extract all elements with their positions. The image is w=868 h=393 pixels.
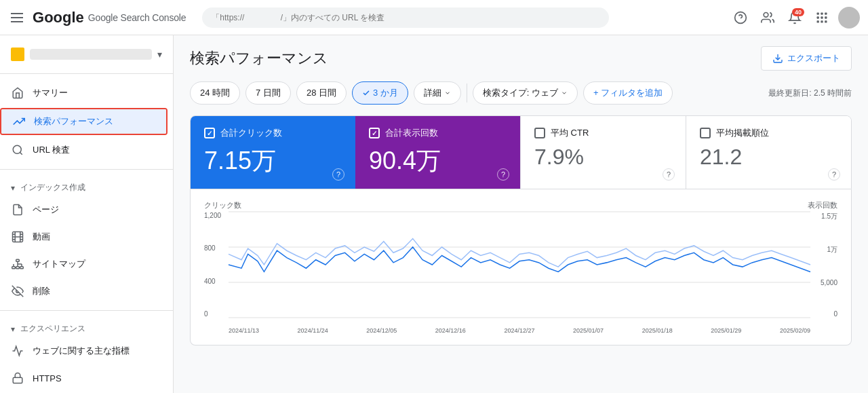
search-type-filter[interactable]: 検索タイプ: ウェブ — [473, 81, 578, 105]
sidebar-item-sitemap[interactable]: サイトマップ — [0, 250, 167, 278]
chart-y-labels-right: 1.5万 1万 5,000 0 — [821, 212, 837, 318]
property-selector[interactable]: ▾ — [0, 41, 173, 68]
svg-rect-22 — [16, 259, 20, 261]
sidebar-item-url-check[interactable]: URL 検査 — [0, 136, 167, 164]
apps-icon[interactable] — [811, 7, 833, 29]
metric-checkbox-clicks[interactable] — [204, 128, 215, 138]
metric-help-clicks[interactable]: ? — [332, 168, 344, 181]
sidebar-item-summary[interactable]: サマリー — [0, 79, 167, 107]
sitemap-label: サイトマップ — [33, 258, 85, 270]
metric-help-position[interactable]: ? — [828, 168, 840, 181]
help-icon[interactable] — [730, 7, 751, 29]
https-icon — [11, 371, 24, 385]
y-left-1: 800 — [204, 244, 221, 252]
property-dropdown-arrow: ▾ — [157, 49, 162, 60]
experience-section-arrow: ▾ — [11, 324, 15, 334]
index-section-arrow: ▾ — [11, 183, 15, 193]
svg-point-12 — [13, 145, 21, 153]
metric-help-impressions[interactable]: ? — [497, 168, 509, 181]
chart-svg-area — [229, 212, 810, 318]
search-type-label: 検索タイプ: ウェブ — [483, 87, 558, 99]
sidebar-item-removal[interactable]: 削除 — [0, 278, 167, 305]
metric-help-ctr[interactable]: ? — [663, 168, 675, 181]
x-label-4: 2024/12/27 — [504, 327, 534, 334]
impressions-line — [229, 239, 810, 267]
sidebar-item-search-performance[interactable]: 検索パフォーマンス — [1, 109, 166, 134]
main-layout: ▾ サマリー 検索パフォーマンス URL 検査 — [0, 35, 868, 393]
search-input[interactable] — [202, 7, 609, 28]
experience-section-label: エクスペリエンス — [20, 323, 85, 335]
page-title: 検索パフォーマンス — [190, 48, 328, 69]
svg-rect-9 — [817, 20, 819, 22]
svg-rect-8 — [825, 16, 827, 18]
x-label-2: 2024/12/05 — [366, 327, 397, 334]
y-left-3: 0 — [204, 310, 221, 318]
metric-label-impressions: 合計表示回数 — [385, 127, 438, 139]
search-icon — [11, 143, 24, 157]
metric-checkbox-ctr[interactable] — [534, 128, 545, 138]
notification-badge: 40 — [792, 8, 804, 16]
y-right-1: 1万 — [821, 245, 837, 255]
svg-rect-3 — [817, 12, 819, 14]
x-label-8: 2025/02/09 — [780, 327, 810, 334]
y-left-2: 400 — [204, 278, 221, 285]
svg-rect-7 — [821, 16, 823, 18]
https-label: HTTPS — [33, 373, 62, 383]
metric-card-impressions[interactable]: 合計表示回数 90.4万 ? — [355, 116, 520, 189]
metric-label-position: 平均掲載順位 — [716, 127, 769, 139]
add-filter-button[interactable]: + フィルタを追加 — [583, 81, 673, 105]
filter-3m[interactable]: 3 か月 — [352, 81, 408, 105]
summary-label: サマリー — [33, 87, 68, 99]
videos-label: 動画 — [33, 231, 50, 243]
metric-header-position: 平均掲載順位 — [700, 127, 837, 139]
notifications-icon[interactable]: 40 — [784, 7, 806, 29]
sidebar: ▾ サマリー 検索パフォーマンス URL 検査 — [0, 35, 174, 393]
svg-rect-10 — [821, 20, 823, 22]
chart-svg — [229, 212, 810, 318]
filters-bar: 24 時間 7 日間 28 日間 3 か月 詳細 検索タイプ: ウェブ + フィ… — [190, 81, 852, 105]
metric-header-clicks: 合計クリック数 — [204, 127, 342, 139]
metric-card-position[interactable]: 平均掲載順位 21.2 ? — [686, 116, 851, 189]
metric-card-ctr[interactable]: 平均 CTR 7.9% ? — [520, 116, 686, 189]
metric-checkbox-position[interactable] — [700, 128, 711, 138]
sidebar-section-index[interactable]: ▾ インデックス作成 — [0, 175, 173, 196]
metric-checkbox-impressions[interactable] — [369, 128, 380, 138]
sidebar-item-pages[interactable]: ページ — [0, 196, 167, 223]
y-left-0: 1,200 — [204, 212, 221, 219]
metric-card-clicks[interactable]: 合計クリック数 7.15万 ? — [191, 116, 355, 189]
search-bar — [202, 7, 609, 28]
property-icon — [11, 48, 24, 61]
metric-header-impressions: 合計表示回数 — [369, 127, 507, 139]
avatar[interactable] — [838, 7, 860, 29]
logo-g: Google — [33, 9, 84, 26]
sidebar-item-videos[interactable]: 動画 — [0, 223, 167, 250]
y-right-0: 1.5万 — [821, 212, 837, 221]
app-title: Google Search Console — [88, 12, 186, 23]
x-label-1: 2024/11/24 — [298, 327, 328, 334]
filter-7d[interactable]: 7 日間 — [245, 81, 291, 105]
filter-detail[interactable]: 詳細 — [414, 81, 461, 105]
filter-28d[interactable]: 28 日間 — [296, 81, 347, 105]
pages-icon — [11, 203, 24, 217]
metric-value-position: 21.2 — [700, 145, 837, 170]
manage-users-icon[interactable] — [757, 7, 778, 29]
sidebar-item-https[interactable]: HTTPS — [0, 364, 167, 392]
hamburger-menu-icon[interactable] — [8, 8, 27, 27]
x-label-5: 2025/01/07 — [573, 327, 604, 334]
chart-right-label: 表示回数 — [808, 200, 837, 210]
sidebar-divider-3 — [0, 310, 173, 311]
svg-point-2 — [764, 12, 768, 17]
y-right-3: 0 — [821, 310, 837, 318]
svg-rect-4 — [821, 12, 823, 14]
y-right-2: 5,000 — [821, 279, 837, 286]
export-button[interactable]: エクスポート — [761, 46, 852, 71]
url-check-label: URL 検査 — [33, 144, 70, 156]
filter-24h[interactable]: 24 時間 — [190, 81, 240, 105]
sidebar-section-experience[interactable]: ▾ エクスペリエンス — [0, 316, 173, 337]
x-label-3: 2024/12/16 — [435, 327, 466, 334]
pages-label: ページ — [33, 204, 59, 216]
sidebar-item-web-vitals[interactable]: ウェブに関する主な指標 — [0, 337, 167, 364]
web-vitals-label: ウェブに関する主な指標 — [33, 345, 130, 357]
property-name — [30, 49, 152, 60]
metric-value-ctr: 7.9% — [534, 145, 672, 170]
